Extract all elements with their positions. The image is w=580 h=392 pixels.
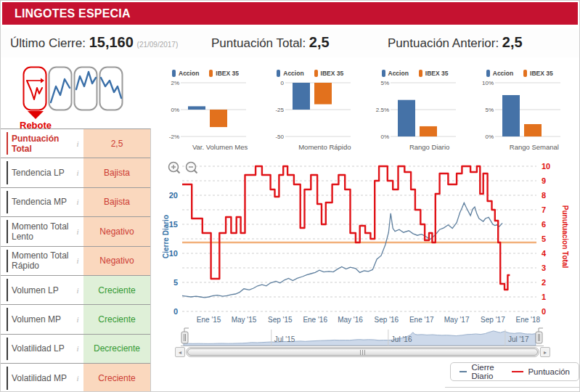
- mini-chart-title: Var. Volumen Mes: [181, 143, 259, 151]
- svg-text:5%: 5%: [485, 107, 494, 113]
- mini-chart: Accion IBEX 35 0-25-50 Momento Rápido: [266, 68, 371, 156]
- indicator-value: Decreciente: [83, 335, 150, 363]
- chart-navigator[interactable]: Jul '15Jul '16Jul '17: [181, 327, 544, 347]
- mini-chart-legend: Accion IBEX 35: [266, 68, 371, 79]
- main-chart: 01234567891005101520Ene '15May '15Sep '1…: [162, 157, 580, 330]
- info-icon[interactable]: i: [72, 158, 83, 187]
- svg-text:May '15: May '15: [232, 316, 257, 324]
- indicator-label: Volatilidad LP: [8, 335, 72, 363]
- svg-text:0: 0: [281, 80, 285, 86]
- scrollbar-track[interactable]: [186, 347, 539, 357]
- zoom-in-button[interactable]: [169, 163, 180, 173]
- pattern-uptrend-icon: [48, 66, 73, 111]
- ibex-legend-icon: [209, 70, 213, 77]
- svg-text:4: 4: [542, 249, 547, 258]
- accion-legend-icon: [486, 70, 490, 77]
- indicator-label: Volumen MP: [8, 305, 72, 333]
- info-icon[interactable]: i: [72, 305, 83, 333]
- svg-text:Sep '17: Sep '17: [481, 316, 505, 324]
- scroll-left-icon[interactable]: ◂: [175, 347, 185, 357]
- info-icon[interactable]: i: [72, 188, 83, 216]
- legend-item[interactable]: Puntuación: [512, 367, 570, 376]
- svg-text:5%: 5%: [380, 80, 389, 86]
- info-icon[interactable]: i: [72, 276, 83, 304]
- svg-text:15: 15: [169, 220, 178, 229]
- scroll-right-icon[interactable]: ▸: [540, 347, 550, 357]
- info-icon[interactable]: i: [72, 217, 83, 245]
- svg-text:10: 10: [542, 162, 550, 171]
- svg-text:0%: 0%: [380, 134, 389, 140]
- svg-text:May '16: May '16: [338, 316, 363, 324]
- svg-text:10%: 10%: [482, 80, 494, 86]
- mini-chart-title: Momento Rápido: [285, 143, 364, 151]
- mini-chart-title: Rango Semanal: [495, 143, 573, 151]
- svg-text:2%: 2%: [171, 80, 179, 86]
- svg-text:Punutuacion Total: Punutuacion Total: [561, 205, 569, 269]
- pattern-selector: Rebote: [1, 65, 162, 128]
- svg-text:8: 8: [542, 191, 546, 200]
- accion-legend-icon: [277, 70, 280, 77]
- svg-text:3: 3: [542, 264, 546, 272]
- legend-line-icon: [459, 371, 467, 372]
- svg-text:-25: -25: [276, 107, 285, 113]
- indicator-label: Tendencia LP: [8, 158, 72, 187]
- previous-score-group: Puntuación Anterior: 2,5: [388, 34, 523, 51]
- accion-legend-label: Accion: [493, 70, 513, 77]
- svg-text:0%: 0%: [171, 107, 179, 113]
- svg-text:20: 20: [169, 191, 178, 200]
- indicator-row: Tendencia LP i Bajista: [1, 158, 150, 187]
- indicator-label: Volumen LP: [8, 276, 72, 304]
- mini-chart-legend: Accion IBEX 35: [372, 68, 476, 79]
- mini-chart: Accion IBEX 35 5%2.5%0% Rango Diario: [372, 68, 476, 156]
- mini-chart-legend: Accion IBEX 35: [162, 68, 266, 79]
- pattern-top-icon: [73, 66, 98, 111]
- ibex-legend-icon: [314, 70, 318, 77]
- svg-text:0: 0: [173, 307, 178, 316]
- mini-charts-row: Accion IBEX 35 2%0%-2% Var. Volumen Mes …: [162, 68, 580, 156]
- ibex-legend-label: IBEX 35: [530, 70, 553, 77]
- svg-text:5: 5: [542, 234, 546, 243]
- last-close-group: Último Cierre: 15,160 (21/09/2017): [10, 34, 178, 51]
- svg-text:0: 0: [542, 307, 546, 316]
- title-bar: LINGOTES ESPECIA: [2, 2, 578, 25]
- total-score-value: 2,5: [309, 34, 330, 50]
- ibex-legend-label: IBEX 35: [425, 70, 449, 77]
- navigator-right-handle[interactable]: [536, 328, 543, 343]
- info-icon[interactable]: i: [72, 247, 83, 275]
- mini-chart: Accion IBEX 35 2%0%-2% Var. Volumen Mes: [162, 68, 266, 156]
- mini-chart-canvas: 0-25-50: [266, 79, 370, 143]
- svg-text:Sep '16: Sep '16: [375, 316, 399, 324]
- indicator-value: Creciente: [83, 305, 150, 333]
- navigator-left-handle[interactable]: [181, 328, 189, 343]
- indicator-value: Creciente: [83, 276, 150, 304]
- svg-text:10: 10: [169, 249, 178, 258]
- mini-chart-canvas: 5%2.5%0%: [372, 79, 475, 143]
- info-icon[interactable]: i: [72, 364, 83, 392]
- mini-chart: Accion IBEX 35 10%5%0% Rango Semanal: [476, 68, 580, 156]
- mini-chart-legend: Accion IBEX 35: [476, 68, 580, 79]
- info-icon[interactable]: i: [72, 129, 83, 158]
- svg-text:2.5%: 2.5%: [375, 107, 388, 113]
- indicator-table: Puntuación Total i 2,5 Tendencia LP i Ba…: [1, 128, 151, 392]
- svg-text:7: 7: [542, 205, 546, 214]
- page-title: LINGOTES ESPECIA: [15, 7, 131, 20]
- indicator-row: Volatilidad MP i Creciente: [1, 364, 150, 392]
- zoom-out-button[interactable]: [187, 163, 197, 173]
- accion-legend-icon: [172, 70, 176, 77]
- scrollbar-thumb[interactable]: [187, 348, 538, 356]
- accion-legend-label: Accion: [179, 70, 199, 77]
- main-chart-canvas: 01234567891005101520Ene '15May '15Sep '1…: [162, 157, 580, 330]
- chart-scrollbar[interactable]: ◂ ▸: [175, 347, 550, 357]
- info-icon[interactable]: i: [72, 335, 83, 363]
- ibex-legend-icon: [523, 70, 527, 77]
- mini-chart-canvas: 10%5%0%: [476, 79, 580, 143]
- indicator-value: Negativo: [83, 247, 150, 275]
- legend-line-icon: [512, 371, 523, 372]
- svg-text:2: 2: [542, 278, 546, 287]
- legend-item[interactable]: Cierre Diario: [459, 363, 502, 380]
- navigator-canvas: Jul '15Jul '16Jul '17: [181, 327, 544, 347]
- svg-text:Jul '17: Jul '17: [508, 335, 529, 343]
- pattern-downtrend-icon: [99, 66, 123, 111]
- indicator-value: Creciente: [83, 364, 150, 392]
- indicator-label: Tendencia MP: [8, 188, 72, 216]
